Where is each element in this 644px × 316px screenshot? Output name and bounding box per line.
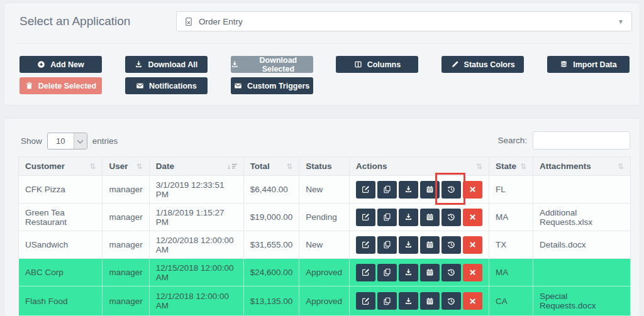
history-action-button[interactable] <box>441 292 461 310</box>
columns-icon <box>354 60 362 68</box>
calendar-action-button[interactable] <box>420 236 440 254</box>
custom-triggers-button[interactable]: Custom Triggers <box>231 77 313 94</box>
caret-down-icon: ▼ <box>618 18 624 25</box>
notifications-button[interactable]: Notifications <box>125 77 208 94</box>
delete-selected-button[interactable]: Delete Selected <box>19 77 102 94</box>
history-action-button[interactable] <box>441 264 461 281</box>
delete-action-button[interactable] <box>463 292 482 310</box>
calendar-icon <box>426 213 434 221</box>
download-action-button[interactable] <box>399 181 418 199</box>
history-action-button[interactable] <box>441 181 461 199</box>
customer-cell: ABC Corp <box>19 259 103 286</box>
header-row: Customer⇅ User⇅ Date↓ Total⇅ Status Acti… <box>19 157 631 176</box>
copy-action-button[interactable] <box>377 209 397 226</box>
copy-action-button[interactable] <box>377 181 397 199</box>
trash-icon <box>25 82 33 90</box>
actions-cell <box>350 176 489 204</box>
date-cell: 1/18/2019 1:15:27 PM <box>149 204 243 231</box>
delete-action-button[interactable] <box>463 236 482 254</box>
customer-cell: Green Tea Restaurant <box>19 204 103 231</box>
calendar-action-button[interactable] <box>420 181 440 199</box>
attachment-cell[interactable]: Special Requests.docx <box>533 286 631 316</box>
application-dropdown-value: Order Entry <box>199 17 243 26</box>
history-action-button[interactable] <box>441 209 461 226</box>
import-data-button[interactable]: Import Data <box>547 56 630 73</box>
sort-icon: ⇅ <box>136 162 143 171</box>
page-size-select[interactable]: 10 <box>47 133 87 150</box>
status-cell: New <box>299 176 350 204</box>
edit-action-button[interactable] <box>356 181 375 199</box>
column-header-customer[interactable]: Customer⇅ <box>19 157 103 176</box>
edit-icon <box>362 297 370 305</box>
history-icon <box>447 241 455 249</box>
copy-action-button[interactable] <box>377 264 397 281</box>
edit-action-button[interactable] <box>356 236 375 254</box>
calendar-action-button[interactable] <box>420 264 440 281</box>
delete-action-button[interactable] <box>463 181 482 199</box>
state-cell: TX <box>489 231 533 259</box>
edit-icon <box>362 213 370 221</box>
columns-button[interactable]: Columns <box>336 56 418 73</box>
download-icon <box>404 213 413 221</box>
download-all-button[interactable]: Download All <box>125 56 208 73</box>
date-cell: 12/20/2018 12:00:00 AM <box>149 231 243 259</box>
application-dropdown[interactable]: Order Entry ▼ <box>176 11 632 31</box>
download-icon <box>404 185 413 193</box>
delete-action-button[interactable] <box>463 264 482 281</box>
download-icon <box>404 297 413 305</box>
column-header-status[interactable]: Status <box>299 157 350 176</box>
delete-action-button[interactable] <box>463 209 482 226</box>
orders-table: Customer⇅ User⇅ Date↓ Total⇅ Status Acti… <box>18 156 631 316</box>
copy-action-button[interactable] <box>377 292 397 310</box>
edit-action-button[interactable] <box>356 264 375 281</box>
copy-icon <box>383 297 391 305</box>
attachment-cell[interactable]: Details.docx <box>533 231 631 259</box>
download-action-button[interactable] <box>399 209 418 226</box>
edit-icon <box>362 241 370 249</box>
search-input[interactable] <box>533 131 630 150</box>
edit-action-button[interactable] <box>356 292 375 310</box>
calendar-icon <box>426 241 434 249</box>
history-icon <box>447 213 455 221</box>
total-cell: $6,440.00 <box>243 176 299 204</box>
column-header-state[interactable]: State⇅ <box>489 157 533 176</box>
status-colors-button[interactable]: Status Colors <box>441 56 524 73</box>
attachment-cell[interactable]: Additional Requests.xlsx <box>533 204 631 231</box>
state-cell: MA <box>489 259 533 286</box>
column-header-date[interactable]: Date↓ <box>149 157 243 176</box>
attachment-cell[interactable] <box>533 176 631 204</box>
download-action-button[interactable] <box>399 264 418 281</box>
download-selected-button[interactable]: Download Selected <box>231 56 313 73</box>
calendar-icon <box>426 185 434 193</box>
history-action-button[interactable] <box>441 236 461 254</box>
page-size-control: Show 10 entries <box>21 133 118 150</box>
download-icon <box>135 60 143 68</box>
column-header-user[interactable]: User⇅ <box>103 157 149 176</box>
column-header-attachments[interactable]: Attachments⇅ <box>533 157 631 176</box>
download-action-button[interactable] <box>399 292 418 310</box>
download-action-button[interactable] <box>399 236 418 254</box>
calendar-action-button[interactable] <box>420 292 440 310</box>
table-row: USandwich manager 12/20/2018 12:00:00 AM… <box>19 231 631 259</box>
copy-icon <box>383 241 391 249</box>
add-new-button[interactable]: Add New <box>19 56 102 73</box>
total-cell: $19,000.00 <box>243 204 299 231</box>
history-icon <box>447 297 455 305</box>
customer-cell: Flash Food <box>19 286 103 316</box>
x-icon <box>469 241 477 249</box>
calendar-action-button[interactable] <box>420 209 440 226</box>
actions-cell <box>350 286 489 316</box>
total-cell: $13,135.00 <box>243 286 299 316</box>
state-cell: MA <box>489 204 533 231</box>
column-header-actions[interactable]: Actions⇅ <box>350 157 489 176</box>
search-label: Search: <box>497 136 527 145</box>
status-cell: Approved <box>299 286 350 316</box>
edit-action-button[interactable] <box>356 209 375 226</box>
sort-icon: ⇅ <box>520 162 526 171</box>
attachment-cell[interactable] <box>533 259 631 286</box>
copy-action-button[interactable] <box>377 236 397 254</box>
pen-icon <box>451 60 459 68</box>
actions-cell <box>350 204 489 231</box>
column-header-total[interactable]: Total⇅ <box>243 157 299 176</box>
user-cell: manager <box>103 204 149 231</box>
